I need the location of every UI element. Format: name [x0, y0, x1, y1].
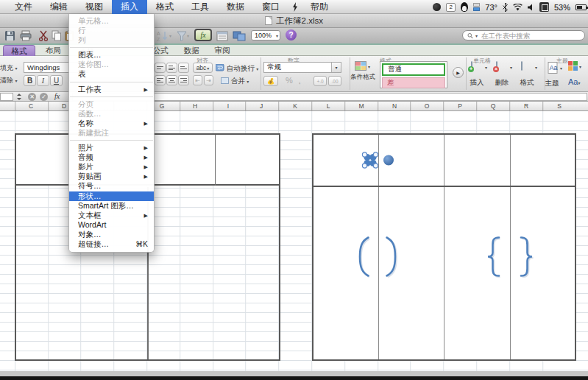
percent-button[interactable]: % [286, 76, 293, 85]
oval-shape[interactable] [383, 155, 394, 166]
themes-label[interactable]: 主题 [539, 79, 565, 88]
search-scope-dropdown[interactable]: ▾ [475, 33, 478, 38]
column-header-G[interactable]: G [160, 102, 165, 111]
column-header-I[interactable]: I [227, 102, 229, 111]
conditional-format-dropdown[interactable]: ▾ [368, 64, 370, 69]
wrap-text-button[interactable]: 自动换行 ▾ [216, 64, 258, 74]
insert-menu-item-12[interactable]: 名称▶ [69, 119, 154, 128]
column-header-R[interactable]: R [524, 102, 528, 111]
fx-label[interactable]: fx [54, 92, 60, 100]
column-header-N[interactable]: N [392, 102, 397, 111]
menubar-item-7[interactable]: 窗口 [253, 0, 288, 14]
insert-menu-item-15[interactable]: 照片▶ [69, 143, 154, 152]
volume-icon[interactable] [528, 4, 534, 11]
name-box-stepper[interactable] [16, 94, 21, 100]
insert-menu-item-6[interactable]: 表 [69, 69, 154, 79]
zoom-control[interactable]: 100%▾ [251, 30, 280, 41]
selection-handle[interactable] [362, 163, 366, 168]
styles-gallery-expand-button[interactable]: ▶ [453, 67, 464, 78]
insert-menu-item-23[interactable]: WordArt [69, 220, 154, 230]
format-cells-icon[interactable] [521, 62, 523, 70]
ribbon-tab-5[interactable]: 审阅 [208, 45, 237, 56]
column-header-D[interactable]: D [62, 102, 66, 111]
format-cells-label[interactable]: 格式 [515, 78, 539, 88]
insert-menu-item-24[interactable]: 对象… [69, 230, 154, 239]
print-preview-button[interactable] [233, 29, 246, 42]
save-button[interactable] [4, 29, 15, 42]
align-top-button[interactable] [155, 63, 166, 73]
number-format-dropdown-button[interactable]: ▾ [331, 63, 341, 72]
drawn-box-right[interactable] [312, 133, 576, 361]
comma-style-button[interactable]: ⸲ [299, 76, 301, 85]
align-right-button[interactable] [178, 75, 189, 85]
italic-button[interactable]: I [37, 75, 49, 86]
insert-cells-icon[interactable]: + [471, 62, 472, 70]
delete-cells-icon[interactable]: × [496, 62, 497, 70]
themes-icon[interactable]: Aa [548, 62, 559, 75]
insert-cells-label[interactable]: 插入 [465, 78, 489, 88]
insert-menu-item-25[interactable]: 超链接…⌘K [69, 239, 154, 249]
column-header-L[interactable]: L [327, 102, 330, 111]
input-method-status-icon[interactable] [539, 2, 549, 12]
cut-button[interactable] [38, 29, 49, 42]
increase-decimal-button[interactable]: +.0 [314, 76, 327, 86]
insert-menu-item-22[interactable]: 文本框▶ [69, 211, 154, 220]
increase-indent-button[interactable]: ⇥ [204, 75, 213, 85]
cancel-button[interactable]: ✕ [28, 93, 36, 101]
merge-button[interactable]: 合并 ▾ [221, 77, 249, 86]
insert-menu-item-4[interactable]: 图表… [69, 50, 154, 60]
column-header-P[interactable]: P [458, 102, 462, 111]
copy-button[interactable] [52, 29, 62, 42]
ribbon-tab-1[interactable]: 布局 [37, 45, 69, 56]
conditional-format-icon[interactable] [355, 61, 366, 72]
blocks-status-icon[interactable] [473, 3, 480, 12]
menubar-item-0[interactable]: 文件 [6, 0, 41, 14]
clear-dropdown[interactable]: 清除 ▾ [0, 76, 18, 85]
decrease-indent-button[interactable]: ⇤ [193, 75, 202, 85]
menubar-item-5[interactable]: 工具 [183, 0, 218, 14]
themes-dropdown[interactable]: ▾ [560, 66, 562, 71]
column-header-C[interactable]: C [29, 102, 33, 111]
align-bottom-button[interactable] [178, 63, 189, 73]
search-input[interactable] [480, 31, 580, 41]
column-header-M[interactable]: M [358, 102, 364, 111]
menubar-item-2[interactable]: 视图 [77, 0, 112, 14]
menubar-item-6[interactable]: 数据 [218, 0, 253, 14]
theme-colors-icon[interactable] [568, 61, 578, 72]
column-header-K[interactable]: K [293, 102, 297, 111]
search-field[interactable]: ▾ [462, 30, 585, 41]
formula-builder-button[interactable]: fx [194, 29, 212, 41]
conditional-format-label[interactable]: 条件格式 [349, 74, 377, 81]
fill-dropdown[interactable]: 填充 ▾ [0, 63, 18, 73]
column-header-S[interactable]: S [557, 102, 562, 111]
column-header-H[interactable]: H [193, 102, 197, 111]
insert-cells-dropdown[interactable]: ▾ [485, 65, 487, 70]
column-header-Q[interactable]: Q [491, 102, 496, 111]
print-button[interactable] [20, 29, 32, 42]
insert-menu-item-19[interactable]: 符号… [69, 181, 154, 191]
number-format-combobox[interactable]: 常规 ▾ [263, 62, 341, 73]
menubar-item-4[interactable]: 格式 [147, 0, 183, 14]
calendar-status-icon[interactable]: 2 [446, 3, 456, 12]
delete-cells-label[interactable]: 删除 [490, 78, 514, 88]
style-bad-swatch[interactable]: 差 [382, 77, 445, 88]
script-menu-lightning-icon[interactable] [288, 0, 302, 14]
ribbon-tab-0[interactable]: 格式 [3, 45, 35, 56]
wifi-icon[interactable] [513, 4, 523, 11]
ribbon-tab-4[interactable]: 数据 [177, 45, 206, 56]
orientation-button[interactable]: abc▾ [193, 63, 213, 73]
column-header-J[interactable]: J [260, 102, 263, 111]
format-cells-dropdown[interactable]: ▾ [535, 65, 537, 70]
theme-colors-dropdown[interactable]: ▾ [579, 64, 581, 69]
underline-button[interactable]: U [50, 75, 63, 86]
filter-button[interactable]: ▾ [177, 29, 189, 42]
moon-status-icon[interactable] [433, 3, 441, 11]
insert-menu-item-21[interactable]: SmartArt 图形… [69, 201, 154, 211]
insert-menu-item-8[interactable]: 工作表▶ [69, 85, 154, 94]
insert-menu-item-16[interactable]: 音频▶ [69, 152, 154, 162]
bold-button[interactable]: B [24, 75, 36, 86]
cell-styles-gallery[interactable]: 普通 差 [380, 61, 447, 88]
menubar-item-8[interactable]: 帮助 [302, 0, 337, 14]
align-center-button[interactable] [166, 75, 177, 85]
sort-button[interactable]: AZ ▾ [157, 29, 171, 42]
